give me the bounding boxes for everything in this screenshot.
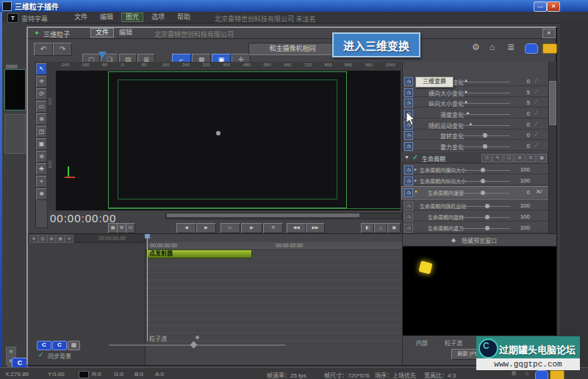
timeline-option-button[interactable]: ▦ bbox=[68, 341, 80, 350]
plugin-tab-编辑[interactable]: 编辑 bbox=[115, 29, 137, 37]
menu-帮助[interactable]: 帮助 bbox=[173, 13, 194, 21]
param-row-旋转变化[interactable]: ◷旋转变化●0∕ bbox=[402, 130, 548, 140]
minimize-button[interactable]: — bbox=[534, 1, 547, 12]
lifecycle-row-生命周期内纵向大小[interactable]: ◷▸生命周期内纵向大小100 bbox=[402, 175, 548, 185]
param-value[interactable]: 100 bbox=[511, 213, 530, 220]
param-slider-thumb[interactable] bbox=[483, 144, 487, 149]
frame-tool[interactable]: ▣ bbox=[36, 138, 47, 150]
collapse-arrow-icon[interactable]: ▼ bbox=[404, 155, 409, 160]
clock-icon[interactable]: ◷ bbox=[404, 202, 413, 210]
curve-icon[interactable]: ∕ bbox=[536, 110, 537, 116]
clock-icon[interactable]: ◷ bbox=[404, 88, 413, 97]
curve-icon[interactable]: ∕ bbox=[536, 88, 537, 95]
list-icon[interactable]: ≣ bbox=[507, 42, 514, 52]
lifecycle-row-生命周期内重力[interactable]: ◷生命周期内重力100 bbox=[402, 222, 548, 233]
home-icon[interactable]: ⌂ bbox=[490, 42, 495, 52]
param-value[interactable]: 100 bbox=[511, 166, 530, 173]
param-value[interactable]: 0 bbox=[511, 189, 530, 196]
param-row-速度变化[interactable]: ◷速度变化▲0∕ bbox=[402, 108, 548, 118]
param-row-重力变化[interactable]: ◷重力变化●0∕ bbox=[402, 141, 548, 151]
param-value[interactable]: 0 bbox=[511, 121, 530, 128]
redo-button[interactable]: ↷ bbox=[53, 43, 72, 56]
step-forward-button[interactable]: ▶ bbox=[196, 223, 216, 233]
clock-icon[interactable]: ◷ bbox=[404, 213, 413, 222]
play-button[interactable]: ▶ bbox=[241, 223, 262, 233]
viewer-canvas[interactable] bbox=[56, 71, 401, 210]
clock-icon[interactable]: ◷ bbox=[404, 131, 413, 140]
library-icon[interactable] bbox=[550, 370, 564, 379]
plugin-close-button[interactable]: ✕ bbox=[542, 29, 556, 38]
step-back-button[interactable]: ◀ bbox=[176, 223, 196, 233]
rotate-tool[interactable]: ⟳ bbox=[36, 88, 47, 100]
curve-icon[interactable]: ∕ bbox=[536, 131, 537, 138]
library-icon[interactable] bbox=[542, 43, 557, 54]
lifecycle-row-生命周期内速度[interactable]: ◷●生命周期内速度0✕∕ bbox=[402, 187, 548, 199]
go-start-button[interactable]: ◀◀ bbox=[287, 223, 306, 233]
preview-header[interactable]: ◆ 隐藏预览窗口 bbox=[403, 234, 556, 247]
hand-tool[interactable]: ❖ bbox=[36, 188, 47, 200]
undo-button[interactable]: ↶ bbox=[34, 43, 53, 56]
lifecycle-row-生命周期内横向大小[interactable]: ◷▸生命周期内横向大小100 bbox=[402, 164, 548, 174]
curve-icon[interactable]: ∕ bbox=[536, 77, 537, 84]
param-slider-thumb[interactable] bbox=[481, 168, 485, 172]
timeline-c-button[interactable]: C bbox=[37, 341, 51, 350]
clock-icon[interactable]: ◷ bbox=[404, 224, 413, 233]
curve-icon[interactable]: ∕ bbox=[536, 99, 537, 105]
paste-icon[interactable]: ⊞ bbox=[514, 154, 525, 163]
menu-文件[interactable]: 文件 bbox=[71, 13, 91, 21]
add-tool[interactable]: ✚ bbox=[36, 163, 47, 175]
param-slider[interactable] bbox=[460, 193, 510, 194]
loop-button[interactable]: ⟲ bbox=[263, 223, 283, 233]
curve-icon[interactable]: ∕ bbox=[536, 142, 537, 149]
param-value[interactable]: 100 bbox=[511, 224, 530, 231]
param-value[interactable]: 5 bbox=[511, 89, 530, 96]
reset-icon[interactable]: ⊜ bbox=[526, 154, 536, 163]
viewer-scrollbar-thumb[interactable] bbox=[167, 213, 359, 217]
clock-icon[interactable]: ◷ bbox=[404, 166, 413, 174]
lifecycle-checkbox[interactable]: ✓ bbox=[412, 153, 418, 161]
wrench-icon[interactable]: ⚙ bbox=[509, 369, 519, 378]
curve-icon[interactable]: ∕ bbox=[536, 121, 537, 127]
clip-thumbnail[interactable] bbox=[4, 114, 26, 154]
clock-icon[interactable]: ◷ bbox=[404, 142, 413, 151]
lifecycle-header[interactable]: ▼ ✓ 生命周期 ◷✎❏⊞⊜▦ bbox=[402, 152, 548, 163]
crop-tool[interactable]: ◳ bbox=[36, 126, 47, 138]
move-tool[interactable]: ✛ bbox=[36, 76, 47, 88]
mon-b-button[interactable]: △ bbox=[374, 223, 387, 233]
param-row-纵向大小变化[interactable]: ◷纵向大小变化▲5∕ bbox=[402, 97, 548, 107]
mon-c-button[interactable]: ▣ bbox=[387, 223, 401, 233]
emitter-point[interactable] bbox=[216, 131, 220, 135]
preview-tab-内部[interactable]: 内部 bbox=[416, 339, 428, 347]
timeline-c-button[interactable]: C bbox=[52, 341, 67, 350]
go-end-button[interactable]: ▶▶ bbox=[306, 223, 325, 233]
mask-icon[interactable] bbox=[525, 43, 538, 54]
camera-select[interactable]: 和主摄像机相同 bbox=[248, 43, 337, 55]
bin-tool-icon[interactable]: ▤ bbox=[6, 347, 16, 355]
rows-icon[interactable]: ▤ bbox=[47, 235, 56, 243]
param-row-随机运动变化[interactable]: ◷随机运动变化▲0∕ bbox=[402, 119, 548, 130]
menu-图元[interactable]: 图元 bbox=[122, 13, 143, 21]
clock-icon[interactable]: ◷ bbox=[404, 99, 413, 107]
param-value[interactable]: 0 bbox=[511, 132, 530, 138]
lifecycle-row-生命周期内旋转[interactable]: ◷生命周期内旋转100 bbox=[402, 211, 548, 222]
wrench-icon[interactable]: ⚙ bbox=[472, 42, 480, 52]
close-button[interactable]: ✕ bbox=[547, 1, 560, 12]
clip-thumbnail-selected[interactable] bbox=[4, 69, 26, 110]
param-value[interactable]: 5 bbox=[511, 99, 530, 106]
param-value[interactable]: 100 bbox=[511, 202, 530, 209]
pen-icon[interactable]: ✎ bbox=[492, 154, 503, 163]
options-icon[interactable]: ⊞ bbox=[65, 235, 74, 243]
mark-c-button[interactable]: ⊡ bbox=[126, 223, 135, 233]
param-slider-thumb[interactable] bbox=[481, 179, 485, 183]
menu-选项[interactable]: 选项 bbox=[148, 13, 168, 21]
sync-checkbox[interactable]: ✓ bbox=[38, 351, 44, 358]
keyframe-dot[interactable] bbox=[196, 336, 199, 339]
param-slider[interactable] bbox=[460, 181, 510, 182]
play-slow-button[interactable]: ▷ bbox=[220, 223, 240, 233]
grid-icon[interactable]: ▦ bbox=[56, 235, 65, 243]
playhead-handle[interactable] bbox=[145, 234, 150, 238]
param-slider[interactable] bbox=[460, 170, 510, 171]
param-slider-thumb[interactable] bbox=[485, 226, 490, 230]
copy-icon[interactable]: ❏ bbox=[503, 154, 514, 163]
caption-badge[interactable]: C bbox=[12, 358, 28, 368]
